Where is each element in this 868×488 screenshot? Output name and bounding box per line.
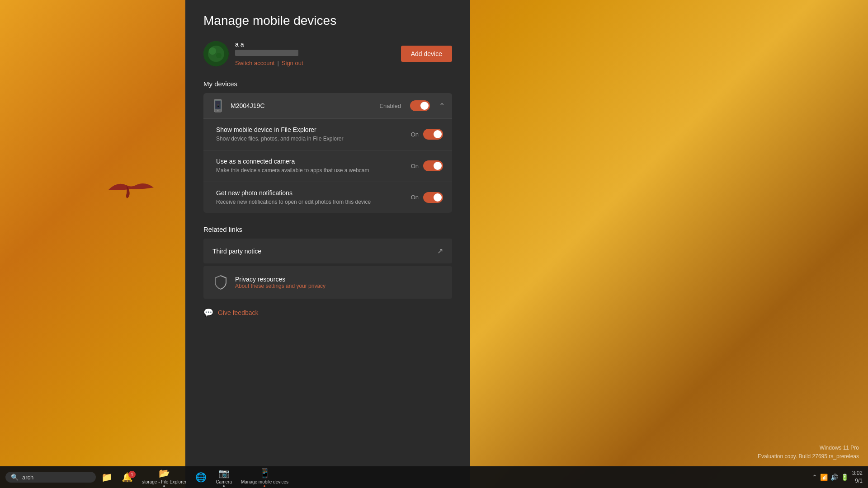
taskbar-time[interactable]: 3:02 9/1 [852, 469, 863, 485]
svg-point-3 [216, 53, 222, 58]
add-device-button[interactable]: Add device [401, 46, 452, 62]
settings-panel: Manage mobile devices a a Switch account… [185, 0, 470, 488]
camera-label: Camera [216, 479, 232, 484]
related-links-section: Related links Third party notice ↗ Priva… [203, 225, 452, 299]
user-name: a a [235, 41, 303, 48]
page-title: Manage mobile devices [203, 14, 452, 28]
device-header: 📱 M2004J19C Enabled ⌃ [203, 93, 452, 119]
notification-badge: 1 [128, 471, 136, 478]
sign-out-link[interactable]: Sign out [282, 60, 303, 66]
setting-toggle-group-file-explorer: On [411, 129, 443, 140]
feedback-icon: 💬 [203, 308, 213, 318]
device-name: M2004J19C [231, 102, 374, 109]
taskbar-app-manage-mobile[interactable]: 📱 Manage mobile devices [237, 466, 292, 488]
search-text: arch [22, 474, 33, 481]
device-chevron-icon[interactable]: ⌃ [439, 102, 445, 110]
device-status-label: Enabled [379, 103, 401, 109]
svg-point-2 [209, 47, 216, 55]
link-separator: | [277, 60, 278, 66]
setting-row-photo-notifications: Get new photo notifications Receive new … [203, 182, 452, 213]
privacy-resources-row[interactable]: Privacy resources About these settings a… [203, 266, 452, 299]
shield-icon [212, 274, 229, 291]
search-icon: 🔍 [11, 474, 19, 481]
taskbar-right: ⌃ 📶 🔊 🔋 3:02 9/1 [812, 469, 863, 485]
setting-text-camera: Use as a connected camera Make this devi… [216, 158, 404, 174]
avatar [203, 41, 229, 66]
setting-text-photo-notifications: Get new photo notifications Receive new … [216, 189, 404, 206]
svg-text:📱: 📱 [217, 104, 220, 108]
setting-row-file-explorer: Show mobile device in File Explorer Show… [203, 119, 452, 150]
privacy-resources-sub: About these settings and your privacy [235, 283, 443, 289]
taskbar-app-storage[interactable]: 📂 storage - File Explorer [138, 466, 190, 488]
camera-indicator [223, 485, 225, 487]
tray-chevron-icon[interactable]: ⌃ [812, 474, 817, 481]
eval-line1: Windows 11 Pro [758, 444, 859, 452]
user-details: a a Switch account | Sign out [235, 41, 303, 66]
setting-title-file-explorer: Show mobile device in File Explorer [216, 126, 404, 133]
related-links-title: Related links [203, 225, 452, 233]
setting-desc-camera: Make this device's camera available to a… [216, 167, 404, 174]
volume-icon: 🔊 [830, 474, 838, 481]
bird-decoration [104, 176, 158, 203]
clock-date: 9/1 [855, 477, 863, 485]
taskbar-app-file-explorer[interactable]: 📁 [98, 470, 116, 484]
clock-time: 3:02 [852, 469, 863, 477]
taskbar-app-browser[interactable]: 🌐 [192, 470, 210, 484]
browser-icon: 🌐 [195, 472, 207, 483]
manage-mobile-indicator [264, 485, 265, 487]
user-links: Switch account | Sign out [235, 60, 303, 66]
wifi-icon: 📶 [820, 474, 828, 481]
storage-explorer-icon: 📂 [159, 468, 170, 479]
photo-notifications-toggle[interactable] [423, 192, 443, 203]
camera-icon: 📷 [218, 468, 230, 479]
taskbar-app-notifications[interactable]: 🔔 1 [118, 470, 137, 484]
camera-toggle[interactable] [423, 160, 443, 171]
file-explorer-toggle[interactable] [423, 129, 443, 140]
battery-icon: 🔋 [841, 474, 849, 481]
manage-mobile-label: Manage mobile devices [241, 479, 288, 484]
user-email-bar [235, 50, 298, 56]
privacy-resources-label: Privacy resources [235, 276, 443, 283]
feedback-label: Give feedback [218, 309, 259, 316]
manage-mobile-icon: 📱 [259, 468, 270, 479]
setting-toggle-label-photo-notifications: On [411, 194, 419, 201]
user-info: a a Switch account | Sign out [203, 41, 303, 66]
file-explorer-icon: 📁 [101, 472, 113, 483]
setting-text-file-explorer: Show mobile device in File Explorer Show… [216, 126, 404, 143]
switch-account-link[interactable]: Switch account [235, 60, 274, 66]
feedback-link[interactable]: 💬 Give feedback [203, 308, 452, 318]
privacy-resources-text: Privacy resources About these settings a… [235, 276, 443, 289]
system-tray-icons: ⌃ 📶 🔊 🔋 [812, 474, 849, 481]
taskbar: 🔍 arch 📁 🔔 1 📂 storage - File Explorer 🌐… [0, 466, 868, 488]
setting-toggle-group-camera: On [411, 160, 443, 171]
setting-toggle-group-photo-notifications: On [411, 192, 443, 203]
user-section: a a Switch account | Sign out Add device [203, 41, 452, 66]
my-devices-section-title: My devices [203, 80, 452, 88]
taskbar-search[interactable]: 🔍 arch [5, 472, 96, 483]
setting-title-photo-notifications: Get new photo notifications [216, 189, 404, 197]
setting-desc-file-explorer: Show device files, photos, and media in … [216, 135, 404, 143]
storage-indicator [163, 485, 165, 487]
taskbar-app-camera[interactable]: 📷 Camera [212, 466, 236, 488]
setting-title-camera: Use as a connected camera [216, 158, 404, 165]
third-party-notice-label: Third party notice [212, 248, 431, 255]
external-link-icon: ↗ [437, 247, 443, 255]
storage-explorer-label: storage - File Explorer [142, 479, 186, 484]
setting-toggle-label-camera: On [411, 163, 419, 169]
eval-line2: Evaluation copy. Build 27695.rs_prerelea… [758, 452, 859, 461]
device-enabled-toggle[interactable] [410, 100, 430, 111]
devices-container: 📱 M2004J19C Enabled ⌃ Show mobile device… [203, 93, 452, 213]
setting-desc-photo-notifications: Receive new notifications to open or edi… [216, 198, 404, 206]
third-party-notice-row[interactable]: Third party notice ↗ [203, 239, 452, 263]
setting-toggle-label-file-explorer: On [411, 131, 419, 138]
setting-row-camera: Use as a connected camera Make this devi… [203, 150, 452, 182]
eval-watermark: Windows 11 Pro Evaluation copy. Build 27… [758, 444, 859, 461]
svg-point-6 [217, 110, 219, 112]
device-phone-icon: 📱 [211, 99, 225, 113]
